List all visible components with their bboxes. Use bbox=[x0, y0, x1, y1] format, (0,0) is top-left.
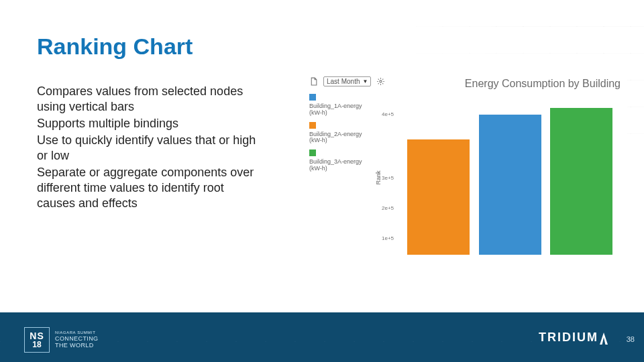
body-paragraph: Supports multiple bindings bbox=[37, 116, 265, 131]
chart-legend: Building_1A-energy (kW-h) Building_2A-en… bbox=[309, 94, 362, 178]
legend-item: Building_1A-energy (kW-h) bbox=[309, 94, 362, 117]
y-tick: 3e+5 bbox=[382, 175, 394, 181]
bar-building-2a bbox=[407, 139, 470, 255]
ns18-badge-top: NS bbox=[30, 331, 44, 341]
ns18-badge: NS 18 bbox=[24, 327, 50, 353]
plot-area bbox=[400, 97, 624, 255]
legend-swatch bbox=[309, 94, 316, 101]
legend-label: Building_1A-energy bbox=[309, 103, 362, 109]
slide: Ranking Chart Compares values from selec… bbox=[0, 0, 644, 362]
legend-label: Building_3A-energy bbox=[309, 158, 362, 165]
body-paragraph: Separate or aggregate components over di… bbox=[37, 165, 265, 211]
legend-label: (kW-h) bbox=[309, 137, 327, 143]
tridium-mark-icon bbox=[600, 333, 608, 345]
tridium-text: TRIDIUM bbox=[539, 330, 598, 345]
page-title: Ranking Chart bbox=[37, 34, 193, 60]
legend-swatch bbox=[309, 122, 316, 129]
legend-item: Building_2A-energy (kW-h) bbox=[309, 122, 362, 145]
y-axis-label: Rank bbox=[375, 170, 382, 184]
ns18-line1: CONNECTING bbox=[55, 335, 99, 342]
legend-item: Building_3A-energy (kW-h) bbox=[309, 149, 362, 172]
chart-widget: Last Month ▼ Energy Consumption by Build… bbox=[305, 74, 627, 261]
legend-swatch bbox=[309, 149, 316, 156]
time-range-label: Last Month bbox=[327, 78, 360, 85]
legend-label: Building_2A-energy bbox=[309, 131, 362, 137]
bar-building-1a bbox=[479, 115, 541, 255]
slide-footer: NS 18 NIAGARA SUMMIT CONNECTING THE WORL… bbox=[0, 312, 644, 362]
ns18-badge-bottom: 18 bbox=[32, 341, 41, 349]
y-tick: 2e+5 bbox=[382, 205, 394, 211]
legend-label: (kW-h) bbox=[309, 109, 327, 116]
widget-toolbar: Last Month ▼ bbox=[309, 76, 385, 86]
svg-point-0 bbox=[380, 80, 382, 82]
chevron-down-icon: ▼ bbox=[362, 78, 368, 84]
page-number: 38 bbox=[627, 335, 635, 343]
body-paragraph: Compares values from selected nodes usin… bbox=[37, 84, 265, 115]
y-tick: 1e+5 bbox=[382, 235, 394, 241]
bar-building-3a bbox=[550, 108, 612, 255]
chart-title: Energy Consumption by Building bbox=[465, 78, 621, 90]
gear-icon[interactable] bbox=[376, 77, 385, 86]
legend-label: (kW-h) bbox=[309, 165, 327, 172]
body-text: Compares values from selected nodes usin… bbox=[37, 84, 265, 213]
document-icon[interactable] bbox=[309, 77, 318, 86]
time-range-select[interactable]: Last Month ▼ bbox=[323, 76, 371, 86]
ns18-line2: THE WORLD bbox=[55, 342, 99, 349]
ns18-subtitle: NIAGARA SUMMIT bbox=[55, 330, 99, 335]
body-paragraph: Use to quickly identify values that or h… bbox=[37, 133, 265, 164]
ns18-text: NIAGARA SUMMIT CONNECTING THE WORLD bbox=[55, 330, 99, 349]
ns18-logo: NS 18 NIAGARA SUMMIT CONNECTING THE WORL… bbox=[24, 327, 99, 353]
chart-plot: Rank 4e+5 3e+5 2e+5 1e+5 bbox=[386, 94, 627, 261]
y-tick: 4e+5 bbox=[382, 111, 394, 117]
tridium-logo: TRIDIUM bbox=[539, 330, 608, 345]
